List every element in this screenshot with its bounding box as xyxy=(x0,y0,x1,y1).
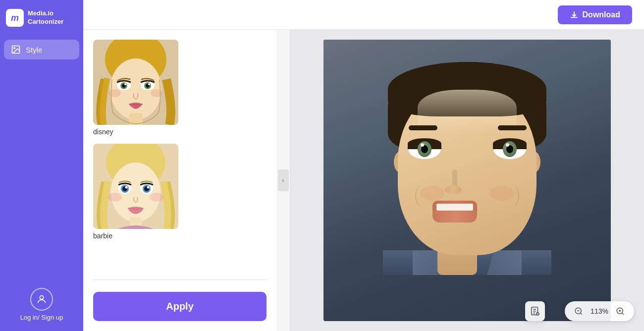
user-area[interactable]: Log in/ Sign up xyxy=(20,288,63,321)
image-icon xyxy=(11,45,21,55)
brow-right xyxy=(498,125,527,130)
content-area: disney xyxy=(83,30,644,331)
nav-items: Style xyxy=(0,36,83,63)
svg-point-27 xyxy=(125,186,128,189)
nose xyxy=(445,170,465,195)
nose-tip xyxy=(445,185,462,194)
eye-left xyxy=(408,139,441,160)
zoom-out-icon xyxy=(574,307,583,316)
highlight-right xyxy=(506,143,509,147)
notes-svg-icon xyxy=(530,306,540,317)
barbie-label: barbie xyxy=(93,232,267,240)
teeth xyxy=(436,204,473,211)
logo-icon: m xyxy=(6,9,24,27)
logo-letter: m xyxy=(11,13,19,23)
highlight-left xyxy=(421,143,424,147)
logo-area: m Media.io Cartoonizer xyxy=(0,0,83,36)
eyes xyxy=(408,139,527,160)
brow-left xyxy=(409,125,437,130)
style-item-barbie[interactable]: barbie xyxy=(93,144,267,240)
app-subtitle: Cartoonizer xyxy=(28,18,63,26)
svg-point-13 xyxy=(124,83,126,85)
iris-right xyxy=(503,141,517,157)
eye-right xyxy=(493,139,527,160)
smile-line-right xyxy=(504,185,519,207)
smile-line-left xyxy=(415,185,430,207)
sidebar-item-style[interactable]: Style xyxy=(4,40,79,59)
disney-thumbnail xyxy=(93,40,178,125)
face-head xyxy=(383,62,551,275)
divider-line xyxy=(93,279,267,280)
collar-right xyxy=(487,250,522,275)
apply-area: Apply xyxy=(83,284,276,331)
nose-bridge xyxy=(452,170,457,187)
eyebrows xyxy=(409,125,527,130)
cartoon-face xyxy=(323,40,611,321)
svg-point-16 xyxy=(151,89,162,97)
style-item-disney[interactable]: disney xyxy=(93,40,267,136)
user-icon-circle xyxy=(30,288,53,311)
download-icon xyxy=(570,10,579,19)
topbar: Download xyxy=(83,0,644,30)
zoom-out-button[interactable] xyxy=(573,305,585,317)
zoom-value: 113% xyxy=(590,307,609,315)
upper-lip xyxy=(432,201,477,211)
collapse-icon: ‹ xyxy=(282,177,284,184)
mouth xyxy=(432,201,477,222)
apply-button[interactable]: Apply xyxy=(93,292,267,321)
lower-lip xyxy=(432,211,477,222)
download-button[interactable]: Download xyxy=(558,5,632,24)
svg-point-28 xyxy=(147,186,150,189)
logo-text: Media.io Cartoonizer xyxy=(28,9,63,26)
sidebar-item-style-label: Style xyxy=(26,46,42,54)
svg-point-29 xyxy=(108,193,122,202)
main: Download xyxy=(83,0,644,331)
collapse-button[interactable]: ‹ xyxy=(278,169,289,191)
barbie-thumbnail xyxy=(93,144,178,229)
zoom-controls: 113% xyxy=(565,301,634,321)
preview-image xyxy=(323,40,611,321)
svg-point-30 xyxy=(150,193,163,202)
collapse-handle[interactable]: ‹ xyxy=(276,30,290,331)
zoom-in-button[interactable] xyxy=(614,305,626,317)
disney-label: disney xyxy=(93,128,267,136)
user-icon xyxy=(36,294,47,305)
svg-point-15 xyxy=(109,89,121,97)
zoom-in-icon xyxy=(616,307,625,316)
svg-point-5 xyxy=(110,58,161,120)
notes-icon[interactable] xyxy=(525,301,545,321)
sidebar: m Media.io Cartoonizer Style Log in/ Sig… xyxy=(0,0,83,331)
download-label: Download xyxy=(583,10,620,19)
svg-point-2 xyxy=(40,296,43,299)
user-login-label: Log in/ Sign up xyxy=(20,314,63,321)
app-name: Media.io xyxy=(28,9,63,18)
iris-left xyxy=(418,141,431,157)
preview-area: 113% xyxy=(290,30,644,331)
svg-point-14 xyxy=(148,83,150,85)
style-panel: disney xyxy=(83,30,276,331)
styles-scroll[interactable]: disney xyxy=(83,30,276,276)
svg-point-1 xyxy=(14,48,15,49)
